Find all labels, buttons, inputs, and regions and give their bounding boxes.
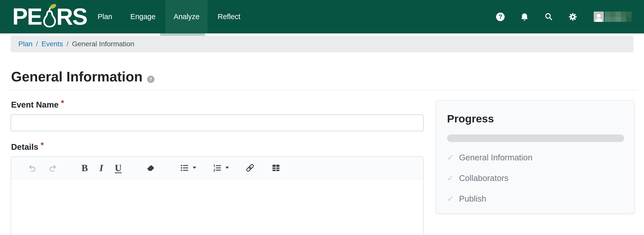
- avatar: [594, 12, 604, 22]
- svg-text:2: 2: [213, 168, 215, 172]
- italic-icon[interactable]: I: [99, 163, 103, 172]
- page-title: General Information: [11, 69, 143, 84]
- progress-bar: [447, 134, 624, 142]
- title-divider: [7, 90, 637, 90]
- breadcrumb-separator: /: [36, 40, 38, 48]
- help-icon[interactable]: ?: [496, 12, 505, 22]
- details-label: Details*: [11, 142, 44, 152]
- eraser-icon[interactable]: [146, 163, 155, 173]
- details-editor-content[interactable]: [11, 179, 423, 235]
- progress-step-publish: ✓ Publish: [447, 194, 623, 204]
- notifications-icon[interactable]: [520, 12, 529, 22]
- search-icon[interactable]: [544, 12, 553, 22]
- logo-text-pe: PE: [12, 0, 42, 33]
- progress-step-collaborators: ✓ Collaborators: [447, 173, 623, 183]
- progress-step-general-information: ✓ General Information: [447, 153, 623, 162]
- nav-item-reflect[interactable]: Reflect: [210, 0, 248, 33]
- required-marker: *: [41, 140, 44, 150]
- event-name-label: Event Name*: [11, 100, 64, 110]
- main-nav: Plan Engage Analyze Reflect: [90, 0, 248, 33]
- breadcrumb-current: General Information: [72, 40, 134, 48]
- progress-step-list: ✓ General Information ✓ Collaborators ✓ …: [447, 153, 623, 204]
- nav-item-analyze[interactable]: Analyze: [166, 0, 208, 33]
- progress-card: Progress ✓ General Information ✓ Collabo…: [435, 100, 635, 214]
- bullet-list-icon[interactable]: [180, 163, 196, 173]
- bullet-list-caret-icon[interactable]: [193, 167, 196, 169]
- check-icon: ✓: [447, 173, 454, 183]
- breadcrumb-link-events[interactable]: Events: [42, 40, 63, 48]
- numbered-list-caret-icon[interactable]: [225, 167, 229, 169]
- pears-logo[interactable]: PE RS: [12, 0, 87, 33]
- user-menu[interactable]: [594, 12, 632, 22]
- undo-icon[interactable]: [28, 163, 37, 172]
- svg-text:1: 1: [213, 164, 215, 167]
- nav-item-engage[interactable]: Engage: [122, 0, 164, 33]
- required-marker: *: [61, 98, 64, 108]
- underline-icon[interactable]: U: [115, 163, 122, 172]
- person-icon: [594, 13, 603, 22]
- logo-text-rs: RS: [56, 0, 87, 33]
- redo-icon[interactable]: [48, 163, 57, 172]
- pear-icon: [42, 3, 57, 28]
- editor-toolbar: B I U 12: [11, 157, 423, 179]
- breadcrumb-separator: /: [66, 40, 68, 48]
- bold-icon[interactable]: B: [82, 163, 88, 172]
- nav-item-plan[interactable]: Plan: [90, 0, 120, 33]
- header-icon-group: ?: [496, 0, 632, 33]
- link-icon[interactable]: [245, 163, 255, 173]
- app-header: PE RS Plan Engage Analyze Reflect ?: [0, 0, 644, 33]
- check-icon: ✓: [447, 153, 454, 162]
- breadcrumb: Plan / Events / General Information: [11, 36, 633, 52]
- check-icon: ✓: [447, 194, 454, 204]
- details-rich-text-editor: B I U 12: [11, 156, 424, 235]
- event-name-input[interactable]: [11, 114, 424, 131]
- title-help-icon[interactable]: ?: [147, 76, 154, 83]
- redacted-username: [605, 12, 632, 22]
- table-icon[interactable]: [271, 163, 281, 173]
- settings-icon[interactable]: [568, 12, 578, 22]
- progress-title: Progress: [447, 113, 623, 125]
- active-tab-indicator: [160, 33, 205, 36]
- breadcrumb-link-plan[interactable]: Plan: [18, 40, 32, 48]
- svg-text:?: ?: [499, 13, 502, 20]
- numbered-list-icon[interactable]: 12: [212, 163, 229, 173]
